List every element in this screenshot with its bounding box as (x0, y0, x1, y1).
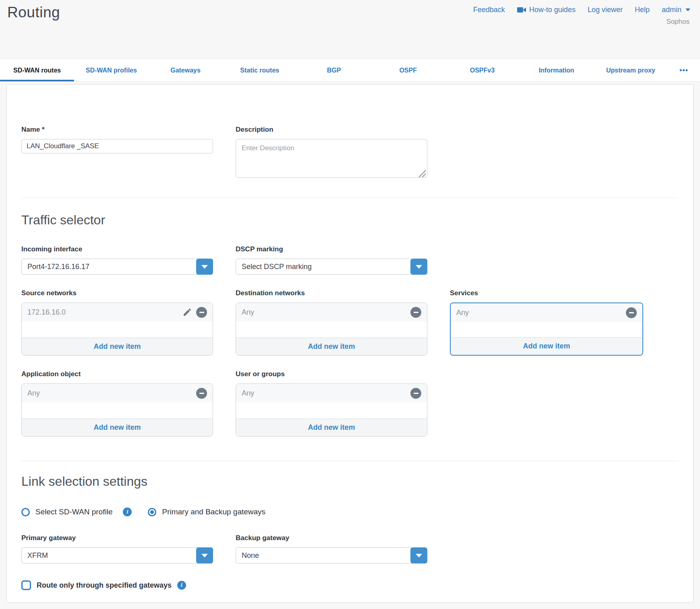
radio-primary-backup-gateways[interactable]: Primary and Backup gateways (148, 508, 265, 516)
tab-bgp[interactable]: BGP (297, 59, 371, 81)
list-item: Any (236, 384, 427, 402)
tab-sdwan-profiles[interactable]: SD-WAN profiles (74, 59, 148, 81)
traffic-selector-heading: Traffic selector (21, 213, 679, 228)
section-divider (21, 461, 679, 461)
dscp-marking-value: Select DSCP marking (242, 263, 312, 271)
source-networks-label: Source networks (21, 289, 213, 297)
incoming-interface-label: Incoming interface (21, 245, 213, 253)
user-or-groups-box: Any Add new item (236, 383, 427, 437)
backup-gateway-group: Backup gateway None (236, 534, 427, 563)
video-camera-icon (517, 7, 526, 13)
tab-upstream-proxy[interactable]: Upstream proxy (594, 59, 668, 81)
backup-gateway-value: None (242, 551, 259, 560)
list-empty-area (22, 321, 213, 338)
description-textarea[interactable] (236, 139, 427, 178)
link-selection-heading: Link selection settings (21, 474, 679, 489)
section-divider (21, 198, 679, 198)
primary-gateway-value: XFRM (27, 551, 48, 560)
services-box: Any Add new item (450, 302, 643, 356)
primary-gateway-select[interactable]: XFRM (21, 547, 213, 563)
dscp-marking-group: DSCP marking Select DSCP marking (236, 245, 427, 275)
list-item: Any (236, 303, 427, 321)
route-only-checkbox[interactable] (21, 580, 31, 590)
primary-gateway-label: Primary gateway (21, 534, 213, 542)
destination-networks-label: Destination networks (236, 289, 427, 297)
incoming-interface-value: Port4-172.16.16.17 (27, 263, 89, 271)
route-only-row: Route only through specified gateways i (21, 580, 679, 590)
chevron-down-icon[interactable] (410, 259, 427, 275)
name-input[interactable] (21, 139, 213, 153)
tab-static-routes[interactable]: Static routes (223, 59, 297, 81)
remove-item-icon[interactable] (196, 388, 207, 399)
chevron-down-icon[interactable] (410, 547, 427, 563)
list-empty-area (236, 321, 427, 338)
log-viewer-link[interactable]: Log viewer (588, 6, 623, 14)
admin-menu[interactable]: admin (662, 6, 690, 14)
radio-select-sdwan-profile[interactable]: Select SD-WAN profile (21, 508, 112, 516)
page-header: Routing Feedback How-to guides Log viewe… (0, 0, 700, 59)
remove-item-icon[interactable] (196, 307, 207, 318)
add-new-item-button[interactable]: Add new item (22, 338, 213, 355)
dscp-marking-label: DSCP marking (236, 245, 427, 253)
list-empty-area (451, 322, 642, 337)
destination-networks-box: Any Add new item (236, 302, 427, 356)
brand-label: Sophos (666, 18, 690, 26)
list-empty-area (236, 402, 427, 418)
remove-item-icon[interactable] (410, 307, 421, 318)
dscp-marking-select[interactable]: Select DSCP marking (236, 259, 427, 275)
name-label: Name * (21, 126, 213, 134)
tab-gateways[interactable]: Gateways (148, 59, 222, 81)
feedback-link[interactable]: Feedback (473, 6, 505, 14)
remove-item-icon[interactable] (410, 388, 421, 399)
incoming-interface-select[interactable]: Port4-172.16.16.17 (21, 259, 213, 275)
add-new-item-button[interactable]: Add new item (451, 337, 642, 355)
remove-item-icon[interactable] (626, 307, 637, 318)
primary-gateway-group: Primary gateway XFRM (21, 534, 213, 563)
backup-gateway-label: Backup gateway (236, 534, 427, 542)
chevron-down-icon (686, 8, 690, 11)
services-label: Services (450, 289, 643, 297)
list-empty-area (22, 402, 213, 418)
tab-ospf[interactable]: OSPF (371, 59, 445, 81)
name-field-group: Name * (21, 126, 213, 153)
chevron-down-icon[interactable] (196, 259, 213, 275)
add-new-item-button[interactable]: Add new item (22, 418, 213, 436)
application-object-box: Any Add new item (21, 383, 213, 437)
services-group: Services Any Add new item (450, 289, 643, 356)
application-object-label: Application object (21, 370, 213, 378)
top-nav: Feedback How-to guides Log viewer Help a… (473, 6, 690, 14)
list-item: Any (451, 303, 642, 322)
route-only-label: Route only through specified gateways (37, 581, 172, 590)
radio-unselected-icon (21, 508, 30, 516)
add-new-item-button[interactable]: Add new item (236, 418, 427, 436)
help-link[interactable]: Help (635, 6, 650, 14)
tab-ospfv3[interactable]: OSPFv3 (445, 59, 519, 81)
description-field-group: Description (236, 126, 427, 179)
backup-gateway-select[interactable]: None (236, 547, 427, 563)
tab-sdwan-routes[interactable]: SD-WAN routes (0, 59, 74, 81)
source-networks-box: 172.16.16.0 Add new item (21, 302, 213, 356)
more-tabs-button[interactable]: ••• (668, 59, 700, 81)
list-item: Any (22, 384, 213, 402)
application-object-group: Application object Any Add new item (21, 370, 213, 437)
tab-information[interactable]: Information (520, 59, 594, 81)
description-label: Description (236, 126, 427, 134)
page-title: Routing (7, 4, 60, 21)
add-new-item-button[interactable]: Add new item (236, 338, 427, 355)
tab-bar: SD-WAN routes SD-WAN profiles Gateways S… (0, 59, 700, 81)
user-or-groups-group: User or groups Any Add new item (236, 370, 427, 437)
chevron-down-icon[interactable] (196, 547, 213, 563)
user-or-groups-label: User or groups (236, 370, 427, 378)
list-item: 172.16.16.0 (22, 303, 213, 321)
sdwan-route-form: Name * Description Traffic selector Inco… (6, 84, 694, 603)
destination-networks-group: Destination networks Any Add new item (236, 289, 427, 356)
incoming-interface-group: Incoming interface Port4-172.16.16.17 (21, 245, 213, 275)
info-icon[interactable]: i (123, 508, 132, 516)
info-icon[interactable]: i (177, 581, 186, 590)
howto-guides-link[interactable]: How-to guides (517, 6, 576, 14)
link-selection-options: Select SD-WAN profile i Primary and Back… (21, 508, 679, 516)
source-networks-group: Source networks 172.16.16.0 Add new item (21, 289, 213, 356)
radio-selected-icon (148, 508, 156, 516)
edit-pencil-icon[interactable] (182, 307, 192, 317)
